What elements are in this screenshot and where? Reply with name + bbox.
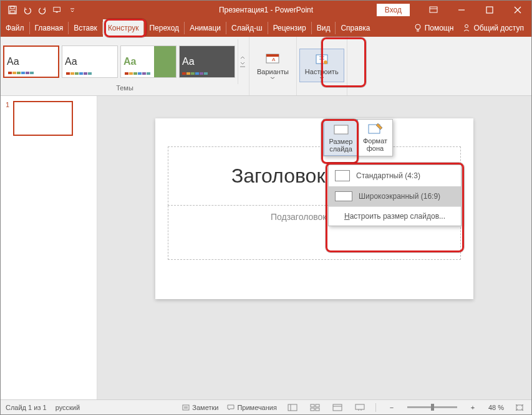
svg-rect-29 [311,408,314,411]
qat-dropdown-icon[interactable] [68,6,77,14]
slide-counter[interactable]: Слайд 1 из 1 [6,404,47,411]
tab-design[interactable]: Конструк [103,19,144,37]
size-custom-option[interactable]: Настроить размер слайдов... [329,206,461,226]
customize-label: Настроить [305,68,339,75]
tell-me-button[interactable]: Помощн [414,24,454,32]
ratio-4-3-icon [335,170,350,181]
comments-button[interactable]: Примечания [227,404,277,411]
redo-icon[interactable] [38,6,47,14]
workspace: 1 Заголовок слайда Подзаголовок слайда [1,96,531,399]
svg-rect-2 [11,6,14,9]
minimize-icon[interactable] [447,1,475,19]
ribbon-display-icon[interactable] [419,1,447,19]
language-indicator[interactable]: русский [56,404,80,411]
slide-size-menu: Стандартный (4:3) Широкоэкранный (16:9) … [328,165,462,226]
svg-rect-31 [333,404,342,411]
svg-point-10 [415,24,420,29]
slide-size-button[interactable]: Размер слайда [324,120,358,156]
share-button[interactable]: Общий доступ [462,24,524,32]
fit-to-window-icon[interactable] [513,402,526,413]
tab-transitions[interactable]: Переход [144,19,184,37]
slide-size-label: Размер слайда [328,138,354,153]
slideshow-view-icon[interactable] [353,402,367,413]
reading-view-icon[interactable] [331,402,344,413]
title-bar: Презентация1 - PowerPoint Вход [1,1,531,19]
variants-button[interactable]: A Варианты [252,49,294,82]
svg-rect-33 [355,404,364,409]
svg-rect-27 [311,404,314,407]
chevron-down-icon [319,77,324,79]
customize-dropdown: Размер слайда Формат фона [323,119,393,156]
normal-view-icon[interactable] [286,402,299,413]
variants-icon: A [264,52,281,67]
themes-group-label: Темы [3,84,246,93]
themes-more-icon[interactable] [238,39,246,84]
chevron-down-icon [270,77,275,79]
notes-button[interactable]: Заметки [182,404,218,411]
ribbon: Aa Aa Aa Aa Темы [1,37,531,96]
size-widescreen-label: Широкоэкранный (16:9) [359,192,440,201]
status-bar: Слайд 1 из 1 русский Заметки Примечания … [1,399,531,414]
format-bg-icon [367,122,384,136]
size-standard-label: Стандартный (4:3) [356,171,420,180]
size-standard-option[interactable]: Стандартный (4:3) [329,165,461,186]
slide-thumbnail-1[interactable] [13,101,73,136]
share-icon [462,24,471,32]
tab-home[interactable]: Главная [30,19,69,37]
share-label: Общий доступ [473,24,524,32]
slide-size-icon [332,123,350,136]
svg-text:A: A [272,57,276,62]
svg-rect-20 [334,125,348,134]
theme-thumb-3[interactable]: Aa [120,45,177,78]
zoom-out-icon[interactable]: − [385,402,399,413]
tab-file[interactable]: Файл [1,19,29,37]
notes-icon [182,404,190,411]
svg-rect-25 [288,404,297,411]
theme-thumb-1[interactable]: Aa [3,45,59,78]
tell-me-label: Помощн [425,24,454,32]
ribbon-tabs: Файл Главная Вставк Конструк Переход Ани… [1,19,531,37]
close-icon[interactable] [503,1,531,19]
slide-number: 1 [6,101,9,136]
variants-label: Варианты [257,68,289,75]
undo-icon[interactable] [23,6,32,14]
tab-help[interactable]: Справка [336,19,375,37]
svg-rect-3 [54,7,60,12]
format-background-button[interactable]: Формат фона [358,120,392,156]
tab-slideshow[interactable]: Слайд-ш [226,19,268,37]
tab-animations[interactable]: Анимаци [185,19,226,37]
start-slideshow-icon[interactable] [53,6,62,14]
zoom-level[interactable]: 48 % [488,404,504,411]
svg-point-13 [465,25,468,28]
comments-icon [227,404,235,411]
svg-rect-22 [183,405,189,410]
size-widescreen-option[interactable]: Широкоэкранный (16:9) [329,186,461,206]
svg-rect-7 [486,7,493,13]
slide-thumbnails-panel: 1 [1,96,97,399]
slide-editor[interactable]: Заголовок слайда Подзаголовок слайда [97,96,531,399]
format-bg-label: Формат фона [362,137,389,152]
ratio-16-9-icon [335,191,352,201]
customize-icon [313,52,331,67]
tab-view[interactable]: Вид [312,19,336,37]
customize-button[interactable]: Настроить [299,49,344,82]
document-title: Презентация1 - PowerPoint [219,6,313,14]
maximize-icon[interactable] [475,1,503,19]
svg-rect-30 [316,408,319,411]
tab-review[interactable]: Рецензир [268,19,311,37]
save-icon[interactable] [8,6,17,14]
zoom-in-icon[interactable]: + [466,402,480,413]
sorter-view-icon[interactable] [308,402,322,413]
svg-point-19 [324,60,327,64]
svg-rect-1 [10,11,15,13]
signin-button[interactable]: Вход [377,4,410,16]
svg-rect-4 [430,7,437,12]
lightbulb-icon [414,24,422,32]
theme-thumb-4[interactable]: Aa [179,45,235,78]
tab-insert[interactable]: Вставк [69,19,102,37]
theme-thumb-2[interactable]: Aa [62,45,118,78]
zoom-slider[interactable] [407,406,457,408]
svg-rect-28 [316,404,319,407]
